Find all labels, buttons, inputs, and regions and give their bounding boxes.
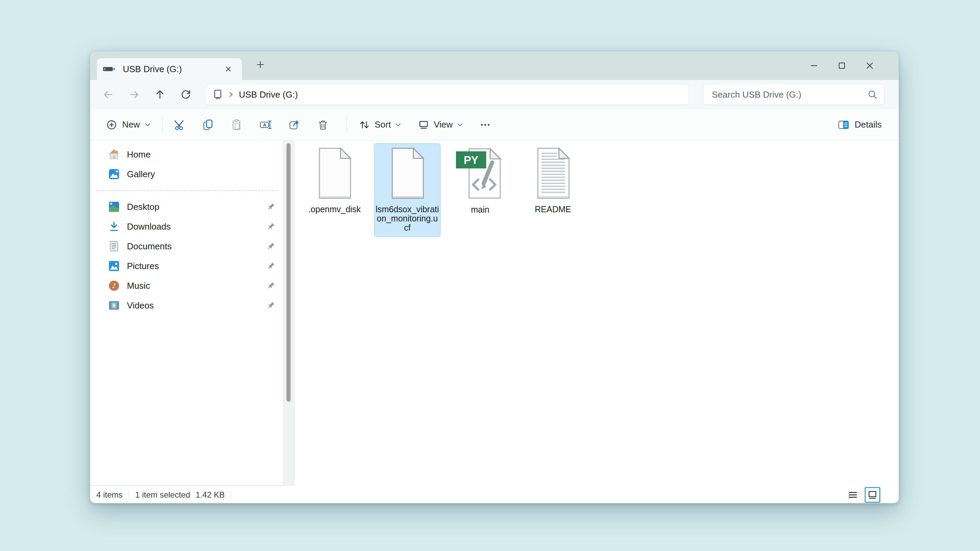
python-file-icon: PY xyxy=(456,147,504,200)
pin-icon xyxy=(266,202,276,211)
sidebar-item-label: Gallery xyxy=(127,169,276,179)
tab-close-icon[interactable] xyxy=(221,62,236,76)
thumbnail-view-icon xyxy=(867,490,878,500)
sort-button-label: Sort xyxy=(375,119,391,130)
details-view-button[interactable] xyxy=(845,487,861,503)
search-input[interactable] xyxy=(712,89,867,100)
chevron-right-icon xyxy=(228,92,234,98)
back-button[interactable] xyxy=(98,84,119,105)
tab-title: USB Drive (G:) xyxy=(123,64,221,75)
copy-button[interactable] xyxy=(197,114,220,136)
details-pane-button[interactable]: Details xyxy=(834,114,885,136)
sort-icon xyxy=(358,119,371,131)
usb-drive-icon xyxy=(102,65,116,73)
drive-icon xyxy=(212,89,223,100)
desktop-icon xyxy=(108,201,120,213)
rename-icon: A xyxy=(259,119,272,131)
ellipsis-icon xyxy=(480,119,491,130)
file-tile-openmv-disk[interactable]: .openmv_disk xyxy=(301,143,368,219)
sidebar-item-downloads[interactable]: Downloads xyxy=(94,217,279,237)
refresh-button[interactable] xyxy=(175,84,196,105)
file-explorer-window: USB Drive (G:) xyxy=(90,51,899,503)
paste-icon xyxy=(231,119,243,131)
selection-summary: 1 item selected xyxy=(135,490,190,500)
pin-icon xyxy=(266,222,276,231)
sidebar-item-pictures[interactable]: Pictures xyxy=(94,256,279,276)
large-icons-view-button[interactable] xyxy=(865,487,880,503)
blank-file-icon xyxy=(314,147,355,199)
share-button[interactable] xyxy=(283,114,305,136)
sidebar-divider xyxy=(95,190,277,191)
downloads-icon xyxy=(108,221,120,232)
svg-text:♪: ♪ xyxy=(112,282,116,290)
sidebar-item-desktop[interactable]: Desktop xyxy=(94,197,279,217)
sidebar-scrollbar[interactable] xyxy=(283,140,294,486)
selection-size: 1.42 KB xyxy=(196,490,224,500)
new-button[interactable]: New xyxy=(100,114,156,136)
close-button[interactable] xyxy=(859,56,881,76)
file-tile-main-py[interactable]: PY main xyxy=(447,143,514,219)
details-button-label: Details xyxy=(855,119,882,130)
rename-button[interactable]: A xyxy=(255,114,277,136)
sidebar-item-home[interactable]: Home xyxy=(94,144,279,164)
view-button[interactable]: View xyxy=(412,114,469,136)
new-tab-button[interactable] xyxy=(251,55,270,74)
sidebar-item-label: Downloads xyxy=(127,221,266,232)
see-more-button[interactable] xyxy=(474,114,496,136)
status-separator xyxy=(129,490,129,500)
trash-icon xyxy=(317,119,329,131)
sidebar-item-music[interactable]: ♪ Music xyxy=(94,276,279,295)
tab-usb-drive[interactable]: USB Drive (G:) xyxy=(97,58,242,80)
home-icon xyxy=(108,149,120,160)
sort-button[interactable]: Sort xyxy=(353,114,407,136)
toolbar-separator xyxy=(162,117,163,133)
up-button[interactable] xyxy=(150,84,170,105)
pictures-icon xyxy=(108,260,120,272)
file-list[interactable]: .openmv_disk lsm6dsox_vibrati on_monitor… xyxy=(295,140,899,486)
chevron-down-icon xyxy=(145,123,151,127)
status-bar: 4 items 1 item selected 1.42 KB xyxy=(90,486,899,503)
cut-button[interactable] xyxy=(169,114,191,136)
sidebar-item-documents[interactable]: Documents xyxy=(94,237,279,256)
sidebar-item-gallery[interactable]: Gallery xyxy=(94,164,279,184)
file-name: .openmv_disk xyxy=(308,205,361,214)
view-button-label: View xyxy=(434,119,453,130)
address-bar[interactable]: USB Drive (G:) xyxy=(205,84,689,105)
chevron-down-icon xyxy=(457,123,463,127)
svg-text:A: A xyxy=(263,122,266,127)
command-toolbar: New A xyxy=(90,109,899,140)
pin-icon xyxy=(266,301,276,310)
pin-icon xyxy=(266,262,276,270)
forward-button[interactable] xyxy=(124,84,145,105)
navigation-bar: USB Drive (G:) xyxy=(90,80,899,109)
pin-icon xyxy=(266,281,276,290)
minimize-button[interactable] xyxy=(803,56,825,76)
file-name: README xyxy=(535,205,571,214)
scrollbar-thumb[interactable] xyxy=(286,143,291,402)
list-view-icon xyxy=(847,489,859,501)
pin-icon xyxy=(266,242,276,251)
gallery-icon xyxy=(108,168,120,180)
titlebar: USB Drive (G:) xyxy=(90,51,899,80)
music-icon: ♪ xyxy=(108,280,120,292)
sidebar-item-label: Desktop xyxy=(127,202,266,212)
paste-button[interactable] xyxy=(226,114,248,136)
file-name: main xyxy=(471,205,489,214)
circle-plus-icon xyxy=(106,119,118,130)
sidebar-item-label: Pictures xyxy=(127,261,266,272)
sidebar-item-label: Documents xyxy=(127,241,266,252)
main-area: Home Gallery Desktop xyxy=(90,140,899,486)
search-box[interactable] xyxy=(703,84,885,105)
item-count: 4 items xyxy=(96,490,123,500)
share-icon xyxy=(288,119,301,131)
maximize-button[interactable] xyxy=(830,56,853,76)
delete-button[interactable] xyxy=(312,114,334,136)
view-toggles xyxy=(845,487,880,503)
file-tile-readme[interactable]: README xyxy=(520,143,586,219)
search-icon[interactable] xyxy=(867,89,878,100)
documents-icon xyxy=(108,240,120,252)
sidebar-item-label: Home xyxy=(127,149,276,160)
sidebar-item-videos[interactable]: Videos xyxy=(94,295,279,315)
file-tile-lsm6dsox-ucf[interactable]: lsm6dsox_vibrati on_monitoring.u cf xyxy=(374,143,441,237)
py-badge: PY xyxy=(464,154,479,166)
